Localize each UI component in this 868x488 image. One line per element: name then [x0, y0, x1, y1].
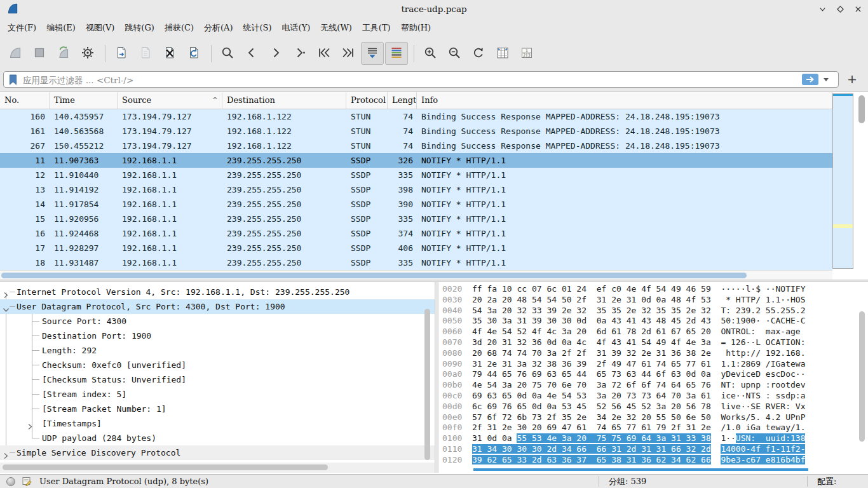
ascii-char[interactable]: : — [731, 316, 736, 325]
hex-byte[interactable]: 2e — [641, 348, 656, 358]
menu-statistics[interactable]: 统计(S) — [238, 19, 277, 37]
ascii-char[interactable]: h — [726, 348, 731, 358]
ascii-char[interactable]: i — [726, 402, 731, 411]
ascii-char[interactable]: 2 — [741, 359, 746, 369]
hex-byte[interactable]: 62 — [487, 455, 501, 464]
hex-byte[interactable]: 2f — [472, 423, 487, 432]
hex-byte[interactable]: 70 — [532, 348, 546, 358]
hex-byte[interactable]: 35 — [472, 316, 487, 325]
column-header-time[interactable]: Time — [50, 92, 118, 109]
ascii-char[interactable]: D — [726, 369, 731, 379]
hex-byte[interactable]: 2e — [502, 423, 517, 432]
detail-row[interactable]: Simple Service Discovery Protocol — [0, 445, 435, 460]
hex-byte[interactable]: 2e — [627, 306, 641, 315]
ascii-char[interactable]: S — [801, 295, 806, 304]
hex-byte[interactable]: 3a — [597, 380, 611, 390]
hex-byte[interactable]: 73 — [532, 412, 546, 422]
packet-list-hscrollbar-thumb[interactable] — [1, 273, 747, 278]
hex-byte[interactable]: 0d — [517, 391, 531, 400]
ascii-char[interactable]: d — [785, 391, 790, 400]
hex-byte[interactable]: 07 — [532, 284, 546, 294]
detail-row[interactable]: Length: 292 — [0, 343, 435, 358]
ascii-char[interactable]: T — [785, 284, 790, 294]
column-header-protocol[interactable]: Protocol — [346, 92, 388, 109]
hex-byte[interactable]: 69 — [487, 402, 501, 411]
hex-byte[interactable]: 31 — [627, 455, 641, 464]
hex-byte[interactable]: 24 — [576, 284, 587, 294]
ascii-char[interactable]: 0 — [750, 316, 756, 325]
hex-byte[interactable]: 79 — [472, 369, 487, 379]
ascii-char[interactable]: 5 — [785, 306, 790, 315]
ascii-char[interactable]: t — [736, 348, 741, 358]
ascii-char[interactable]: b — [726, 455, 731, 464]
hex-byte[interactable]: 55 — [656, 412, 671, 422]
ascii-char[interactable] — [736, 380, 741, 390]
packet-list-scrollbar-thumb[interactable] — [858, 95, 865, 123]
ascii-char[interactable]: : — [785, 433, 790, 443]
ascii-char[interactable]: · — [731, 284, 736, 294]
hex-byte[interactable]: 63 — [627, 369, 641, 379]
hex-row[interactable]: 00c0 69 63 65 0d 0a 4e 54 53 3a 20 73 73… — [442, 391, 855, 402]
ascii-char[interactable]: · — [766, 316, 771, 325]
ascii-char[interactable]: 0 — [736, 423, 741, 432]
ascii-char[interactable]: · — [731, 433, 736, 443]
hex-byte[interactable]: 2e — [611, 412, 626, 422]
ascii-char[interactable]: e — [796, 380, 801, 390]
hex-byte[interactable]: 31 — [597, 295, 611, 304]
hex-byte[interactable]: 59 — [701, 284, 711, 294]
ascii-char[interactable]: 2 — [756, 306, 761, 315]
hex-byte[interactable]: 77 — [627, 423, 641, 432]
hex-byte[interactable]: 32 — [517, 306, 531, 315]
ascii-char[interactable]: 0 — [731, 444, 736, 454]
hex-byte[interactable]: 36 — [562, 455, 576, 464]
hex-byte[interactable]: 74 — [597, 423, 611, 432]
hex-byte[interactable]: 33 — [686, 433, 701, 443]
hex-byte[interactable]: 77 — [686, 359, 701, 369]
hex-byte[interactable]: 4e — [546, 391, 561, 400]
ascii-char[interactable]: 8 — [801, 433, 806, 443]
ascii-char[interactable]: : — [801, 337, 806, 347]
ascii-char[interactable]: p — [741, 348, 746, 358]
hex-byte[interactable]: 52 — [517, 327, 531, 336]
column-header-source[interactable]: Source^ — [118, 92, 222, 109]
ascii-char[interactable]: e — [766, 455, 771, 464]
detail-row[interactable]: Destination Port: 1900 — [0, 329, 435, 343]
hex-byte[interactable]: 66 — [576, 444, 587, 454]
hex-row[interactable]: 0030 20 2a 20 48 54 54 50 2f 31 2e 31 0d… — [442, 295, 855, 306]
ascii-char[interactable]: F — [796, 284, 801, 294]
ascii-char[interactable]: e — [736, 402, 741, 411]
ascii-char[interactable]: / — [756, 348, 761, 358]
hex-byte[interactable]: ef — [597, 284, 611, 294]
detail-row[interactable]: User Datagram Protocol, Src Port: 4300, … — [0, 299, 435, 314]
hex-byte[interactable]: 20 — [576, 327, 587, 336]
hex-byte[interactable]: 65 — [686, 327, 701, 336]
hex-byte[interactable]: 68 — [487, 348, 501, 358]
hex-byte[interactable]: 30 — [517, 444, 531, 454]
hex-byte[interactable]: 78 — [627, 327, 641, 336]
hex-byte[interactable]: 31 — [502, 337, 517, 347]
hex-byte[interactable]: 36 — [562, 359, 576, 369]
ascii-char[interactable]: v — [736, 369, 741, 379]
hex-byte[interactable]: 61 — [641, 423, 656, 432]
hex-byte[interactable]: 3a — [502, 380, 517, 390]
hex-byte[interactable]: 54 — [546, 295, 561, 304]
hex-byte[interactable]: 20 — [641, 412, 656, 422]
hex-byte[interactable]: 39 — [472, 455, 487, 464]
hex-byte[interactable]: 37 — [576, 455, 587, 464]
ascii-char[interactable]: · — [750, 284, 756, 294]
ascii-char[interactable]: R — [736, 327, 741, 336]
hex-byte[interactable]: 31 — [472, 433, 487, 443]
ascii-char[interactable]: 5 — [766, 306, 771, 315]
ascii-char[interactable]: 3 — [741, 306, 746, 315]
hex-byte[interactable]: 2d — [627, 444, 641, 454]
hex-byte[interactable]: 36 — [532, 337, 546, 347]
hex-byte[interactable]: 41 — [627, 316, 641, 325]
detail-horizontal-scrollbar[interactable] — [0, 463, 435, 473]
hex-byte[interactable]: 70 — [546, 380, 561, 390]
hex-byte[interactable]: 32 — [576, 306, 587, 315]
ascii-char[interactable]: - — [801, 444, 806, 454]
hex-byte[interactable]: 3a — [562, 327, 576, 336]
ascii-char[interactable]: : — [766, 380, 771, 390]
ascii-char[interactable]: - — [796, 316, 801, 325]
ascii-char[interactable] — [731, 295, 736, 304]
